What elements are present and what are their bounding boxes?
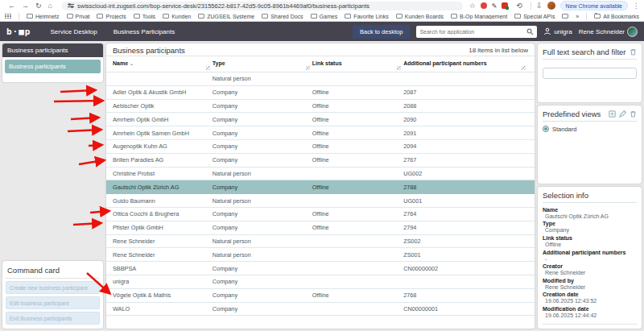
bookmark-folder[interactable]: Kunden [163, 14, 191, 19]
column-header-additional-participant-numbers[interactable]: Additional participant numbers [403, 60, 528, 69]
adblock-extension-icon[interactable] [481, 2, 487, 9]
table-row[interactable]: Guido BaumannNatural personUG001 [106, 194, 535, 208]
trash-icon[interactable] [630, 110, 637, 118]
table-title: Business participants [113, 46, 185, 55]
view-option-standard[interactable]: Standard [543, 126, 637, 133]
cell-name: Brillen Paradies AG [113, 156, 213, 163]
bookmark-folder[interactable]: B-Op Management [451, 14, 507, 19]
cell-type: Company [213, 102, 312, 110]
bookmark-folder[interactable]: Tools [134, 14, 155, 19]
reload-icon[interactable]: ↻ [35, 2, 42, 10]
header-right: Back to desktop unigra Rene Schneider [353, 25, 638, 39]
table-row[interactable]: SBBPSACompanyCN00000002 [106, 262, 535, 275]
table-row[interactable]: Pfister Optik GmbHCompanyOffline2794 [106, 221, 535, 235]
bookmark-folder[interactable]: Games [311, 14, 338, 19]
apps-grid-icon[interactable] [5, 14, 11, 19]
trash-icon[interactable] [630, 48, 637, 56]
table-row[interactable]: Vögele Optik & MathisCompanyOffline2768 [106, 289, 535, 303]
back-icon[interactable]: ← [8, 2, 15, 10]
column-header-type[interactable]: Type [213, 60, 312, 69]
cell-link_status: Offline [312, 130, 404, 137]
folder-icon [27, 14, 33, 19]
edit-icon[interactable] [619, 110, 626, 118]
browser-chrome: ← → ↻ ⌂ swisscloud-int.zugseil.com/bop-s… [0, 0, 644, 22]
user-menu[interactable]: Rene Schneider [579, 27, 638, 37]
cell-additional: 2094 [403, 143, 528, 150]
profile-avatar[interactable] [547, 2, 555, 10]
bookmark-star-icon[interactable]: ☆ [469, 2, 476, 10]
column-header-name[interactable]: Name⌄ [113, 60, 213, 69]
table-row[interactable]: Amrhein Optik GmbHCompanyOffline2090 [106, 113, 535, 126]
table-row[interactable]: unigraCompany [106, 275, 535, 289]
exit-business-participants-button[interactable]: Exit Business participants [6, 312, 100, 325]
new-chrome-button[interactable]: New Chrome available [560, 1, 628, 10]
nav-item-business-participants[interactable]: Business Participants [114, 28, 175, 35]
table-row[interactable]: Gautschi Optik Zürich AGCompanyOffline27… [106, 180, 535, 194]
pen-extension-icon[interactable]: ✎ [492, 2, 497, 10]
sidebar-item-business-participants[interactable]: Business participants [5, 60, 101, 73]
bookmark-folder[interactable]: Privat [67, 14, 90, 19]
fulltext-filter-card: Full text search and filter [538, 43, 642, 102]
app-search-input[interactable] [419, 29, 526, 35]
table-row[interactable]: Adler Optik & Akustik GmbHCompanyOffline… [106, 86, 535, 100]
back-to-desktop-button[interactable]: Back to desktop [353, 25, 410, 39]
table-row[interactable]: Aebischer OptikCompanyOffline2088 [106, 100, 535, 114]
bookmark-folder[interactable]: Special APIs [514, 14, 555, 19]
url-bar[interactable]: swisscloud-int.zugseil.com/bop-service-d… [62, 2, 463, 10]
chrome-menu-icon[interactable]: ⋮ [633, 2, 639, 10]
cell-name: Amrhein Optik GmbH [113, 116, 213, 123]
cell-additional: 2788 [403, 184, 528, 191]
column-resize-handle[interactable] [397, 66, 401, 70]
table-row[interactable]: Christine ProbstNatural personUG002 [106, 168, 535, 181]
tenant-badge[interactable]: unigra [543, 27, 572, 35]
all-bookmarks[interactable]: All Bookmarks [594, 14, 639, 19]
create-new-business-participant-button[interactable]: Create new business participant [6, 281, 100, 294]
cell-link_status: Offline [312, 156, 404, 163]
cell-name: Rene Schneider [113, 238, 213, 245]
bookmark-folder[interactable]: Mockups [562, 14, 568, 19]
bop-logo[interactable]: b·■p [6, 27, 31, 37]
table-row[interactable]: Ottica Cocchi & BrugheraCompanyOffline27… [106, 208, 535, 221]
table-row[interactable]: Augenoptik Kuhn AGCompanyOffline2094 [106, 140, 535, 154]
table-row[interactable]: Amrhein Optik Sarnen GmbHCompanyOffline2… [106, 126, 535, 140]
bookmark-folder[interactable]: Heimnetz [27, 14, 60, 19]
extensions-icon[interactable]: ⟲ [516, 2, 522, 10]
bookmark-folder[interactable]: Kunden Boards [396, 14, 444, 19]
column-resize-handle[interactable] [522, 66, 526, 70]
table-row[interactable]: Rene SchneiderNatural personZS001 [106, 248, 535, 262]
table-row[interactable]: Brillen Paradies AGCompanyOffline2767 [106, 154, 535, 168]
bookmark-label: Games [320, 14, 338, 19]
column-header-link-status[interactable]: Link status [312, 60, 404, 69]
cell-additional: 2091 [403, 130, 528, 137]
cell-link_status: Offline [312, 184, 404, 191]
bookmark-folder[interactable]: ZUGSEIL Systeme [198, 14, 254, 19]
home-icon[interactable]: ⌂ [48, 2, 52, 10]
add-icon[interactable] [609, 110, 616, 118]
table-row[interactable]: Rene SchneiderNatural personZS002 [106, 235, 535, 249]
bookmark-folder[interactable]: Favorite Links [345, 14, 389, 19]
site-settings-icon[interactable] [68, 2, 74, 9]
bookmark-folder[interactable]: Shared Docs [262, 14, 303, 19]
cell-name: Christine Probst [113, 170, 213, 177]
bookmarks-overflow-chevron[interactable]: » [576, 14, 579, 19]
views-card-title: Predefined views [543, 110, 601, 118]
divider [586, 13, 587, 20]
bookmark-label: Kunden Boards [405, 14, 444, 19]
nav-item-service-desktop[interactable]: Service Desktop [51, 28, 97, 35]
extension-icon[interactable] [502, 2, 508, 9]
folder-icon [198, 14, 204, 19]
app-search[interactable] [416, 26, 537, 38]
folder-icon [97, 14, 103, 19]
forward-icon[interactable]: → [22, 2, 29, 10]
fulltext-search-input[interactable] [543, 68, 637, 79]
cell-additional: 2764 [403, 210, 528, 217]
cell-name: Augenoptik Kuhn AG [113, 143, 213, 150]
table-row[interactable]: WALOCompanyCN00000001 [106, 303, 535, 317]
download-icon[interactable]: ⇩ [536, 2, 543, 10]
edit-business-participant-button[interactable]: Edit business participant [6, 296, 100, 309]
table-row[interactable]: Natural person [106, 72, 535, 86]
column-resize-handle[interactable] [306, 66, 310, 70]
bookmark-folder[interactable]: Projects [97, 14, 126, 19]
cell-type: Company [213, 305, 312, 312]
column-resize-handle[interactable] [206, 66, 210, 70]
